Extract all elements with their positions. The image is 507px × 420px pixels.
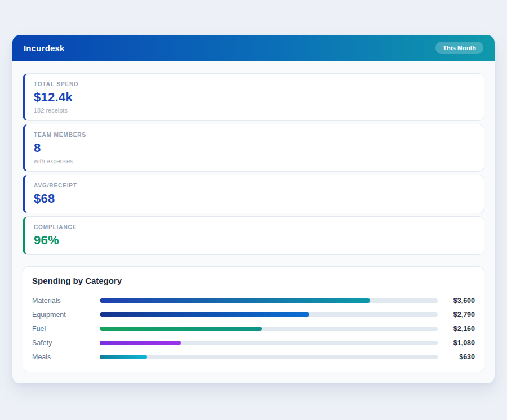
stat-label: AVG/RECEIPT xyxy=(34,182,475,189)
stat-label: TOTAL SPEND xyxy=(34,81,475,87)
category-bar-track xyxy=(100,341,438,345)
stat-sublabel: 182 receipts xyxy=(34,107,475,114)
dashboard-body: TOTAL SPEND $12.4k 182 receipts TEAM MEM… xyxy=(12,61,495,383)
category-row: Materials$3,600 xyxy=(32,293,475,307)
app-header: Incurdesk This Month xyxy=(12,35,495,61)
category-row: Equipment$2,790 xyxy=(32,307,475,321)
spending-chart-title: Spending by Category xyxy=(32,276,475,285)
category-bar-track xyxy=(100,298,438,303)
stat-card-avg-receipt: AVG/RECEIPT $68 xyxy=(23,175,484,213)
category-label: Fuel xyxy=(32,325,95,333)
category-bar-track xyxy=(100,355,438,359)
category-row: Meals$630 xyxy=(32,350,475,364)
category-label: Meals xyxy=(32,353,95,361)
category-bar-fill xyxy=(100,355,147,359)
category-row: Safety$1,080 xyxy=(32,336,475,350)
stat-label: TEAM MEMBERS xyxy=(34,132,475,138)
category-bar-fill xyxy=(100,312,309,317)
app-title: Incurdesk xyxy=(24,43,65,53)
category-value: $1,080 xyxy=(442,339,475,347)
stat-value: 96% xyxy=(34,233,475,248)
category-bar-list: Materials$3,600Equipment$2,790Fuel$2,160… xyxy=(32,293,475,364)
period-badge[interactable]: This Month xyxy=(435,42,483,54)
stat-card-compliance: COMPLIANCE 96% xyxy=(23,216,484,255)
stat-card-total-spend: TOTAL SPEND $12.4k 182 receipts xyxy=(23,73,484,121)
category-value: $2,790 xyxy=(442,311,475,319)
dashboard-card: Incurdesk This Month TOTAL SPEND $12.4k … xyxy=(12,35,495,383)
category-bar-track xyxy=(100,312,438,317)
spending-by-category-card: Spending by Category Materials$3,600Equi… xyxy=(23,266,484,372)
stat-value: $68 xyxy=(34,191,475,206)
stat-sublabel: with expenses xyxy=(34,158,475,164)
stat-label: COMPLIANCE xyxy=(34,224,475,230)
category-value: $630 xyxy=(442,353,475,361)
stat-card-team-members: TEAM MEMBERS 8 with expenses xyxy=(23,124,484,172)
stat-value: $12.4k xyxy=(34,90,475,105)
category-label: Materials xyxy=(32,297,95,305)
category-bar-track xyxy=(100,327,438,331)
category-label: Equipment xyxy=(32,311,95,319)
category-value: $3,600 xyxy=(442,297,475,305)
category-bar-fill xyxy=(100,341,181,345)
stat-value: 8 xyxy=(34,141,475,155)
category-label: Safety xyxy=(32,339,95,347)
category-row: Fuel$2,160 xyxy=(32,321,475,336)
category-value: $2,160 xyxy=(442,325,475,333)
category-bar-fill xyxy=(100,327,262,331)
category-bar-fill xyxy=(100,298,370,303)
